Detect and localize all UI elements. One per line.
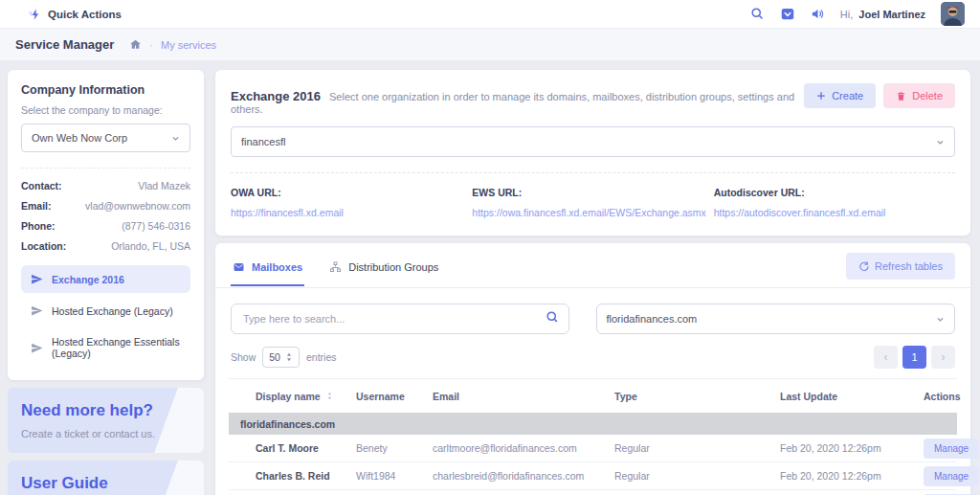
send-icon xyxy=(31,304,43,317)
cell-display-name: Charles B. Reid xyxy=(256,470,356,482)
cell-username: Wift1984 xyxy=(356,470,433,482)
inbox-icon[interactable] xyxy=(780,7,795,21)
tab-label: Mailboxes xyxy=(252,261,302,273)
location-field: Location: Orlando, FL, USA xyxy=(21,240,190,252)
volume-icon[interactable] xyxy=(811,7,825,21)
column-last-update[interactable]: Last Update xyxy=(780,391,924,402)
location-value: Orlando, FL, USA xyxy=(111,240,190,252)
refresh-icon xyxy=(858,261,869,272)
quick-actions-button[interactable]: Quick Actions xyxy=(29,8,122,21)
bolt-icon xyxy=(29,8,42,21)
contact-field: Contact: Vlad Mazek xyxy=(21,180,190,191)
owa-url-link[interactable]: https://financesfl.xd.email xyxy=(231,207,344,218)
table-group-row: floridafinances.com xyxy=(229,413,957,435)
user-guide-card[interactable]: User Guide See our complete knowledgebas… xyxy=(8,461,204,495)
topbar-right: Hi, Joel Martinez xyxy=(750,2,965,26)
page-title: Service Manager xyxy=(15,37,114,52)
company-info-title: Company Information xyxy=(21,83,190,97)
contact-value: Vlad Mazek xyxy=(138,180,190,191)
sidebar-item-hosted-exchange-essentials-legacy[interactable]: Hosted Exchange Essentials (Legacy) xyxy=(21,328,190,367)
column-username[interactable]: Username xyxy=(356,391,433,402)
tab-label: Distribution Groups xyxy=(348,261,438,273)
search-wrap xyxy=(231,304,569,334)
help-card-text: Create a ticket or contact us. xyxy=(21,428,190,439)
sidebar-item-hosted-exchange-legacy[interactable]: Hosted Exchange (Legacy) xyxy=(21,297,190,325)
ews-url-label: EWS URL: xyxy=(472,187,713,198)
create-button[interactable]: Create xyxy=(804,83,876,108)
organization-title: Exchange 2016 xyxy=(231,89,321,103)
company-select[interactable]: Own Web Now Corp xyxy=(21,124,190,152)
cell-last-update: Feb 20, 2020 12:26pm xyxy=(780,470,924,482)
trash-icon xyxy=(896,91,906,101)
company-select-value: Own Web Now Corp xyxy=(32,132,127,144)
show-entries: Show 50 entries xyxy=(231,347,336,368)
autodiscover-url-link[interactable]: https://autodiscover.financesfl.xd.email xyxy=(714,207,886,218)
pagination-next-button[interactable]: › xyxy=(931,346,955,369)
sitemap-icon xyxy=(329,261,342,273)
page: Quick Actions Hi, Joel Martinez Service … xyxy=(0,0,980,495)
meta-row: Show 50 entries ‹ 1 › xyxy=(215,334,970,378)
mailboxes-table: Display name Username Email Type Last Up… xyxy=(215,378,970,495)
table-header-row: Display name Username Email Type Last Up… xyxy=(229,378,957,413)
tab-mailboxes[interactable]: Mailboxes xyxy=(231,256,304,286)
main: Exchange 2016 Select one organization in… xyxy=(215,70,970,495)
send-icon xyxy=(31,342,43,354)
show-label: Show xyxy=(231,351,256,363)
sidebar: Company Information Select the company t… xyxy=(8,70,204,495)
location-label: Location: xyxy=(21,240,66,252)
pagination: ‹ 1 › xyxy=(874,346,955,369)
divider xyxy=(231,172,955,173)
table-row: Carl T. Moore Benety carltmoore@floridaf… xyxy=(229,435,957,462)
phone-value: (877) 546-0316 xyxy=(122,220,190,232)
manage-button[interactable]: Manage xyxy=(924,439,979,459)
chevron-down-icon xyxy=(936,138,945,146)
greeting-text: Hi, xyxy=(840,9,853,20)
cell-type: Regular xyxy=(614,470,780,482)
column-actions: Actions xyxy=(924,391,963,402)
column-type[interactable]: Type xyxy=(614,391,780,402)
service-label: Hosted Exchange (Legacy) xyxy=(52,305,173,317)
domain-select[interactable]: floridafinances.com xyxy=(596,304,956,334)
pagination-page-1-button[interactable]: 1 xyxy=(902,346,926,369)
chevron-down-icon xyxy=(936,315,945,324)
page-size-select[interactable]: 50 xyxy=(262,347,300,368)
domain-select-value: floridafinances.com xyxy=(607,313,698,325)
help-card[interactable]: Need more help? Create a ticket or conta… xyxy=(8,388,204,453)
organization-select-value: financesfl xyxy=(241,136,285,147)
sidebar-item-exchange-2016[interactable]: Exchange 2016 xyxy=(21,265,190,293)
organization-actions: Create Delete xyxy=(804,83,955,108)
tabs-row: Mailboxes Distribution Groups Refresh ta… xyxy=(215,243,970,288)
entries-label: entries xyxy=(306,351,337,363)
quick-actions-label: Quick Actions xyxy=(48,9,122,20)
home-icon[interactable] xyxy=(129,38,142,51)
ews-url-link[interactable]: https://owa.financesfl.xd.email/EWS/Exch… xyxy=(472,207,706,218)
avatar[interactable] xyxy=(941,2,965,26)
organization-titleline: Exchange 2016 Select one organization in… xyxy=(231,83,804,115)
email-field: Email: vlad@ownwebnow.com xyxy=(21,200,190,212)
topbar: Quick Actions Hi, Joel Martinez xyxy=(0,0,980,29)
cell-email: charlesbreid@floridafinances.com xyxy=(433,470,614,482)
pagination-prev-button[interactable]: ‹ xyxy=(874,346,898,369)
chevron-down-icon xyxy=(171,134,180,143)
cell-username: Benety xyxy=(356,442,433,454)
delete-button[interactable]: Delete xyxy=(883,83,955,108)
autodiscover-url-block: Autodiscover URL: https://autodiscover.f… xyxy=(714,187,955,220)
refresh-tables-button[interactable]: Refresh tables xyxy=(846,253,955,280)
search-icon[interactable] xyxy=(750,7,765,21)
organization-panel: Exchange 2016 Select one organization in… xyxy=(215,70,970,236)
company-info-card: Company Information Select the company t… xyxy=(8,70,204,380)
manage-button[interactable]: Manage xyxy=(924,466,979,486)
email-value: vlad@ownwebnow.com xyxy=(85,200,190,212)
organization-select[interactable]: financesfl xyxy=(231,126,955,157)
tab-distribution-groups[interactable]: Distribution Groups xyxy=(327,256,440,286)
send-icon xyxy=(31,273,43,285)
breadcrumb-separator: · xyxy=(149,39,153,51)
divider xyxy=(21,168,190,169)
column-email[interactable]: Email xyxy=(433,391,614,402)
url-grid: OWA URL: https://financesfl.xd.email EWS… xyxy=(231,187,955,220)
column-display-name[interactable]: Display name xyxy=(256,391,356,402)
sort-icon xyxy=(326,392,333,400)
breadcrumb-item-my-services[interactable]: My services xyxy=(161,39,216,51)
search-input[interactable] xyxy=(231,304,569,334)
breadcrumb: Service Manager · My services xyxy=(0,29,980,60)
